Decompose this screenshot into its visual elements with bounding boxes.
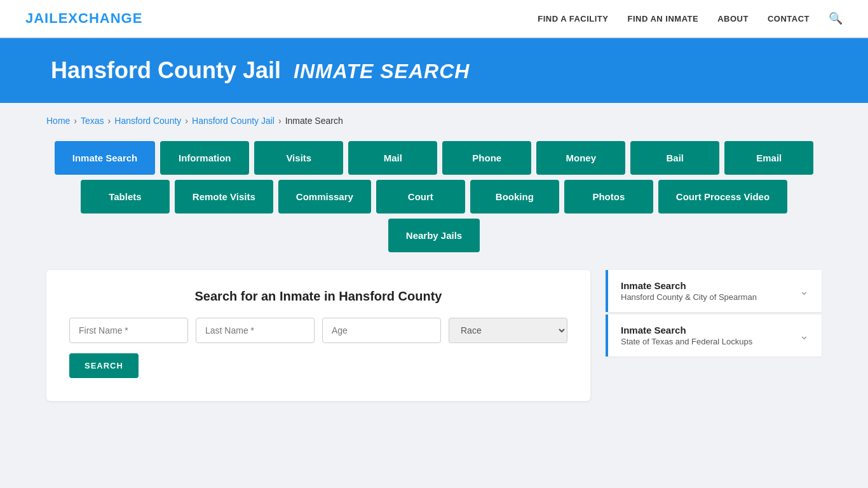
page-title-italic: INMATE SEARCH [294,60,470,83]
sidebar-item-county-title: Inmate Search [621,280,757,291]
breadcrumb: Home › Texas › Hansford County › Hansfor… [46,116,822,126]
main-nav: FIND A FACILITY FIND AN INMATE ABOUT CON… [538,11,843,25]
nav-about[interactable]: ABOUT [717,14,749,24]
search-title: Search for an Inmate in Hansford County [69,289,567,304]
search-button[interactable]: SEARCH [69,353,139,378]
breadcrumb-sep-4: › [278,116,281,126]
nav-btn-bail[interactable]: Bail [630,141,719,175]
nav-btn-money[interactable]: Money [536,141,625,175]
last-name-input[interactable] [196,318,315,343]
age-input[interactable] [322,318,441,343]
breadcrumb-texas[interactable]: Texas [81,116,104,126]
site-logo[interactable]: JAILEXCHANGE [25,10,142,27]
breadcrumb-sep-1: › [74,116,77,126]
chevron-down-icon: ⌄ [799,284,809,298]
sidebar-item-county-search[interactable]: Inmate Search Hansford County & City of … [606,270,822,312]
sidebar-item-state-subtitle: State of Texas and Federal Lockups [621,337,752,346]
nav-btn-court-process-video[interactable]: Court Process Video [658,180,787,214]
breadcrumb-home[interactable]: Home [46,116,70,126]
sidebar: Inmate Search Hansford County & City of … [606,270,822,359]
chevron-down-icon-2: ⌄ [799,329,809,342]
nav-btn-inmate-search[interactable]: Inmate Search [55,141,156,175]
nav-find-inmate[interactable]: FIND AN INMATE [627,14,698,24]
nav-btn-remote-visits[interactable]: Remote Visits [175,180,273,214]
nav-contact[interactable]: CONTACT [768,14,810,24]
search-icon[interactable]: 🔍 [829,11,843,25]
nav-btn-phone[interactable]: Phone [442,141,531,175]
nav-btn-booking[interactable]: Booking [470,180,559,214]
site-header: JAILEXCHANGE FIND A FACILITY FIND AN INM… [0,0,868,38]
first-name-input[interactable] [69,318,188,343]
nav-btn-nearby-jails[interactable]: Nearby Jails [388,219,480,252]
hero-banner: Hansford County Jail INMATE SEARCH [0,38,868,103]
page-title: Hansford County Jail INMATE SEARCH [51,57,817,84]
breadcrumb-jail[interactable]: Hansford County Jail [192,116,275,126]
nav-btn-mail[interactable]: Mail [348,141,437,175]
nav-btn-court[interactable]: Court [376,180,465,214]
nav-btn-tablets[interactable]: Tablets [81,180,170,214]
sidebar-item-county-subtitle: Hansford County & City of Spearman [621,292,757,302]
breadcrumb-county[interactable]: Hansford County [114,116,181,126]
breadcrumb-current: Inmate Search [285,116,343,126]
nav-btn-commissary[interactable]: Commissary [278,180,371,214]
logo-jail: JAIL [25,10,58,26]
logo-exchange: EXCHANGE [58,10,143,26]
inmate-search-box: Search for an Inmate in Hansford County … [46,270,590,401]
sidebar-item-state-title: Inmate Search [621,325,752,336]
section-nav-buttons: Inmate Search Information Visits Mail Ph… [46,141,822,252]
race-select[interactable]: Race White Black Hispanic Asian Other [449,318,567,343]
breadcrumb-sep-3: › [185,116,188,126]
page-title-main: Hansford County Jail [51,57,281,83]
main-layout: Search for an Inmate in Hansford County … [46,270,822,401]
nav-btn-photos[interactable]: Photos [564,180,653,214]
nav-btn-information[interactable]: Information [160,141,249,175]
nav-btn-email[interactable]: Email [724,141,813,175]
search-fields: Race White Black Hispanic Asian Other [69,318,567,343]
main-content: Home › Texas › Hansford County › Hansfor… [21,103,847,414]
nav-find-facility[interactable]: FIND A FACILITY [538,14,608,24]
breadcrumb-sep-2: › [108,116,111,126]
nav-btn-visits[interactable]: Visits [254,141,343,175]
sidebar-item-state-search[interactable]: Inmate Search State of Texas and Federal… [606,315,822,356]
